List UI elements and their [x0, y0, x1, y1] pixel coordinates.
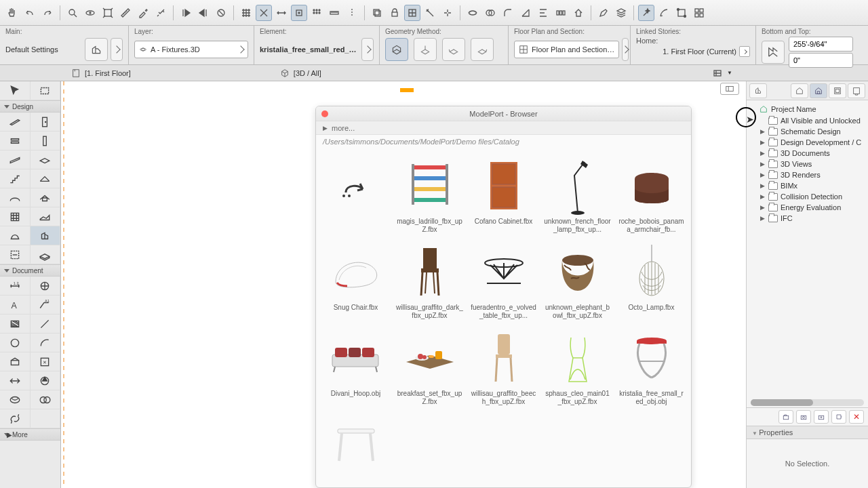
properties-header[interactable]: Properties — [747, 426, 868, 439]
tree-item[interactable]: ▶3D Documents — [747, 148, 868, 159]
browser-item[interactable]: Cofano Cabinet.fbx — [468, 152, 539, 236]
bottom-value-input[interactable] — [789, 53, 853, 68]
options-icon[interactable] — [691, 5, 707, 21]
browser-item[interactable]: kristalia_free_small_red_obj.obj — [616, 325, 687, 408]
top-value-input[interactable] — [789, 37, 853, 52]
arc-tool[interactable] — [31, 333, 61, 352]
tree-root[interactable]: Project Name — [747, 103, 868, 115]
layer-selector[interactable]: A - Fixtures.3D — [134, 41, 248, 58]
undo-icon[interactable] — [22, 5, 38, 21]
browser-item[interactable]: roche_bobois_panama_armchair_fb... — [616, 152, 687, 236]
tab-3d-all[interactable]: [3D / All] — [273, 67, 328, 79]
geometry-method-4[interactable] — [471, 38, 494, 61]
browser-more-row[interactable]: ▶more... — [316, 121, 691, 135]
intersect-icon[interactable] — [482, 5, 498, 21]
tree-item[interactable]: ▶Design Development / C — [747, 137, 868, 148]
magic-wand-icon[interactable] — [638, 5, 654, 21]
skylight-tool[interactable] — [31, 188, 61, 207]
door-tool[interactable] — [31, 113, 61, 131]
floorplan-selector[interactable]: Floor Plan and Section… — [514, 41, 619, 58]
tree-item[interactable]: ▶IFC — [747, 213, 868, 224]
drawing-tool[interactable]: ✕ — [31, 352, 61, 371]
mesh-tool[interactable] — [31, 207, 61, 226]
browser-item[interactable]: breakfast_set_fbx_upZ.fbx — [394, 325, 465, 408]
elevation-tool[interactable] — [31, 371, 61, 390]
document-section-header[interactable]: Document — [0, 264, 60, 277]
design-section-header[interactable]: Design — [0, 100, 60, 113]
browser-item[interactable]: Octo_Lamp.fbx — [616, 239, 687, 322]
window-tool[interactable] — [0, 131, 31, 150]
eyedropper-icon[interactable] — [135, 5, 151, 21]
text-tool[interactable]: A — [0, 296, 31, 314]
circle-tool[interactable] — [0, 333, 31, 352]
worksheet-tool[interactable] — [0, 390, 31, 409]
align-icon[interactable] — [535, 5, 551, 21]
level-tool[interactable] — [31, 277, 61, 296]
geometry-method-1[interactable] — [385, 38, 408, 61]
renovation-icon[interactable] — [404, 5, 420, 21]
main-settings-value[interactable]: Default Settings — [5, 45, 82, 54]
slab-tool[interactable] — [31, 150, 61, 169]
column-tool[interactable] — [31, 131, 61, 150]
label-tool[interactable]: A1 — [31, 296, 61, 314]
browser-item[interactable]: fueradentro_e_volved_table_fbx_up... — [468, 239, 539, 322]
nav-tab-1[interactable] — [749, 83, 767, 98]
modify-icon[interactable] — [673, 5, 690, 21]
detail-tool[interactable] — [31, 390, 61, 409]
snap-point-dropdown-icon[interactable] — [291, 5, 307, 21]
tree-item[interactable]: ▶3D Renders — [747, 169, 868, 180]
browser-item[interactable]: unknown_french_floor_lamp_fbx_up... — [542, 152, 613, 236]
arrow-tool[interactable] — [0, 81, 31, 100]
tree-item[interactable]: ▶Energy Evaluation — [747, 202, 868, 213]
browser-titlebar[interactable]: ModelPort - Browser — [316, 106, 691, 121]
resize-icon[interactable] — [517, 5, 534, 21]
nav-tab-view[interactable] — [810, 83, 827, 98]
distribute-icon[interactable] — [553, 5, 569, 21]
fit-icon[interactable] — [100, 5, 116, 21]
guideline-icon[interactable] — [344, 5, 360, 21]
browser-item[interactable]: willisau_graffito_beech_fbx_upZ.fbx — [468, 325, 539, 408]
close-icon[interactable] — [321, 110, 328, 117]
browser-item[interactable]: Divani_Hoop.obj — [320, 325, 391, 408]
measure-icon[interactable] — [117, 5, 134, 21]
suspend-icon[interactable] — [213, 5, 229, 21]
nav-float-button[interactable] — [720, 83, 739, 95]
grid-toggle-icon[interactable] — [238, 5, 254, 21]
browser-item[interactable]: unknown_elephant_bowl_fbx_upZ.fbx — [542, 239, 613, 322]
linked-story-expand[interactable] — [739, 46, 750, 57]
stair-tool[interactable] — [0, 169, 31, 188]
browser-item[interactable] — [320, 411, 391, 479]
guide-dropdown-icon[interactable] — [273, 5, 290, 21]
browser-item[interactable]: willisau_graffito_dark_fbx_upZ.fbx — [394, 239, 465, 322]
adjust-icon[interactable] — [465, 5, 481, 21]
polyline-tool[interactable] — [0, 352, 31, 371]
tree-item[interactable]: ▶Collision Detection — [747, 191, 868, 202]
change-tool[interactable] — [0, 409, 31, 428]
more-section-header[interactable]: ▶ More — [0, 428, 60, 441]
wall-tool[interactable] — [0, 113, 31, 131]
nav-action-1[interactable] — [778, 410, 793, 424]
play-end-icon[interactable] — [195, 5, 212, 21]
floorplan-expand[interactable] — [622, 38, 629, 61]
trim-icon[interactable] — [422, 5, 438, 21]
zoom-icon[interactable] — [64, 5, 81, 21]
pan-tool-icon[interactable] — [4, 5, 20, 21]
snap-dropdown-icon[interactable] — [256, 5, 272, 21]
tree-item[interactable]: ▶3D Views — [747, 159, 868, 169]
nav-action-delete[interactable]: ✕ — [849, 410, 864, 424]
inject-icon[interactable] — [153, 5, 169, 21]
browser-item[interactable]: Snug Chair.fbx — [320, 239, 391, 322]
home-icon[interactable] — [570, 5, 587, 21]
fillet-icon[interactable] — [500, 5, 516, 21]
ruler-icon[interactable] — [326, 5, 342, 21]
main-settings-icon[interactable] — [85, 38, 108, 61]
roof-tool[interactable] — [31, 169, 61, 188]
tree-scrollbar[interactable] — [751, 399, 864, 406]
geometry-method-2[interactable] — [414, 38, 437, 61]
object-tool[interactable] — [31, 226, 61, 245]
morph-tool[interactable] — [0, 226, 31, 245]
tree-item[interactable]: ▶BIMx — [747, 180, 868, 191]
nav-action-4[interactable] — [831, 410, 846, 424]
beam-tool[interactable] — [0, 150, 31, 169]
tab-first-floor[interactable]: [1. First Floor] — [64, 67, 138, 79]
